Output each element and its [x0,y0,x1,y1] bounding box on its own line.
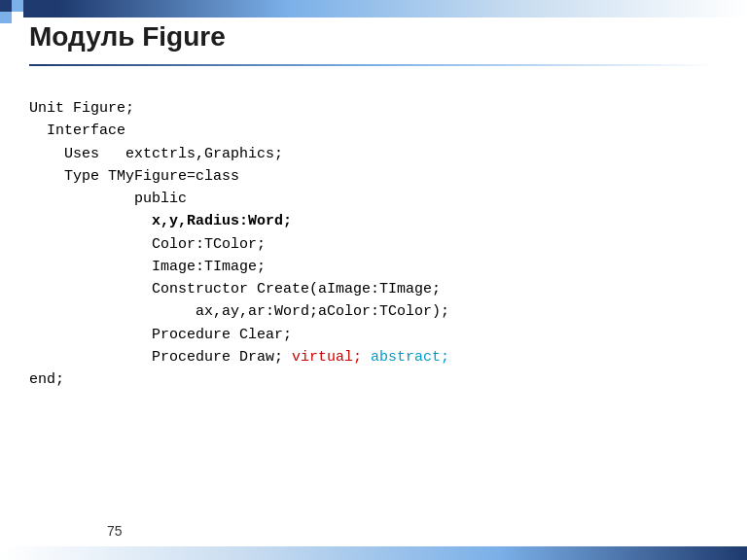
code-line-13: end; [29,368,718,391]
code-line-6: x,y,Radius:Word; [29,210,718,232]
code-line-12: Procedure Draw; virtual; abstract; [29,346,718,368]
title-area: Модуль Figure [29,21,718,82]
code-line-5: public [29,188,718,210]
slide-title: Модуль Figure [29,21,718,52]
code-line-9: Constructor Create(aImage:TImage; [29,278,718,300]
virtual-keyword: virtual; [292,349,362,366]
code-line-2: Interface [29,120,718,142]
code-line-1: Unit Figure; [29,97,718,120]
code-line-4: Type TMyFigure=class [29,165,718,188]
top-decorative-bar [0,0,747,18]
title-divider [29,64,718,66]
bottom-decorative-bar [0,546,747,560]
code-line-7: Color:TColor; [29,233,718,256]
abstract-keyword: abstract; [371,349,449,366]
code-line-8: Image:TImage; [29,256,718,278]
code-line-11: Procedure Clear; [29,324,718,346]
code-block: Unit Figure; Interface Uses extctrls,Gra… [29,97,718,391]
code-line-3: Uses extctrls,Graphics; [29,143,718,165]
bold-xyz: x,y,Radius:Word; [152,213,292,229]
corner-decoration [0,0,23,23]
page-number: 75 [107,523,123,539]
code-line-10: ax,ay,ar:Word;aColor:TColor); [29,300,718,323]
